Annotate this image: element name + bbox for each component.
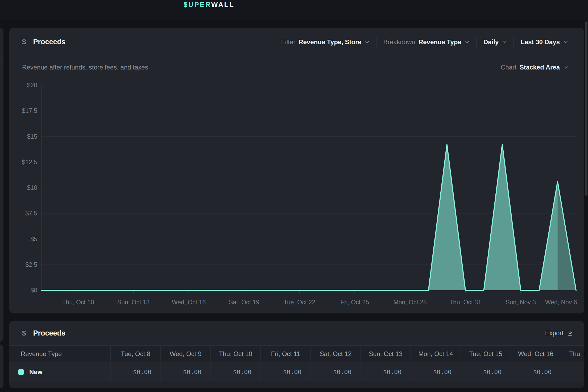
- x-axis-label: Thu, Oct 31: [449, 299, 481, 306]
- chart-type-dropdown[interactable]: Chart Stacked Area: [501, 64, 568, 71]
- row-label-cell: New: [9, 363, 110, 381]
- granularity-dropdown[interactable]: Daily: [477, 38, 514, 46]
- y-axis-label: $17.5: [4, 107, 37, 115]
- chart-plot-svg: [41, 85, 576, 290]
- breakdown-value: Revenue Type: [419, 38, 461, 46]
- x-axis-label: Mon, Oct 28: [394, 299, 427, 306]
- breakdown-label: Breakdown: [383, 38, 415, 46]
- chart-type-value: Stacked Area: [520, 64, 560, 71]
- area-fill: [41, 145, 576, 290]
- chevron-down-icon: [465, 41, 469, 43]
- y-axis-label: $7.5: [4, 210, 37, 217]
- column-header-revenue-type: Revenue Type: [9, 346, 110, 362]
- date-range-value: Last 30 Days: [521, 38, 560, 46]
- breakdown-dropdown[interactable]: Breakdown Revenue Type: [376, 38, 476, 46]
- y-axis-label: $10: [4, 184, 37, 191]
- stacked-area-chart[interactable]: $0$2.5$5$7.5$10$12.5$15$17.5$20Thu, Oct …: [41, 85, 576, 290]
- left-clipped-card-divider: [0, 56, 3, 56]
- dollar-icon: $: [22, 38, 26, 46]
- x-axis-label: Wed, Nov 6: [545, 299, 577, 306]
- y-axis-label: $15: [4, 133, 37, 140]
- series-color-swatch: [18, 369, 24, 375]
- value-cell: $0.00: [361, 363, 411, 381]
- granularity-value: Daily: [483, 38, 499, 46]
- left-clipped-card-bottom: [0, 345, 3, 388]
- x-axis-label: Wed, Oct 16: [172, 299, 206, 306]
- value-cell: $0.00: [411, 363, 461, 381]
- dollar-icon: $: [22, 329, 26, 337]
- table-card-title: Proceeds: [33, 329, 65, 337]
- chevron-down-icon: [564, 41, 568, 43]
- x-axis-label: Sun, Oct 13: [117, 299, 150, 306]
- value-cell: $0.00: [160, 363, 210, 381]
- chart-card-header: $ Proceeds Filter Revenue Type, Store Br…: [9, 28, 584, 56]
- chart-controls: Filter Revenue Type, Store Breakdown Rev…: [274, 37, 575, 47]
- superwall-logo: $UPERWALL: [184, 1, 234, 9]
- x-axis-label: Thu, Oct 10: [62, 299, 94, 306]
- proceeds-chart-card: $ Proceeds Filter Revenue Type, Store Br…: [9, 28, 584, 313]
- filter-value: Revenue Type, Store: [299, 38, 361, 46]
- column-header-date: Thu, Oct 10: [210, 346, 260, 362]
- date-range-dropdown[interactable]: Last 30 Days: [514, 38, 575, 46]
- column-header-date: Wed, Oct 9: [160, 346, 210, 362]
- x-axis-label: Tue, Oct 22: [284, 299, 315, 306]
- export-label: Export: [545, 329, 564, 337]
- vertical-scrollbar-thumb[interactable]: [585, 21, 587, 196]
- logo-dollar-part: $UPER: [184, 1, 211, 9]
- column-header-date: Wed, Oct 16: [511, 346, 561, 362]
- column-header-date: Sat, Oct 12: [310, 346, 361, 362]
- column-header-date: Tue, Oct 15: [461, 346, 511, 362]
- x-axis-label: Sun, Nov 3: [506, 299, 536, 306]
- value-cell: $0.00: [210, 363, 260, 381]
- table-footer-strip: [9, 382, 584, 388]
- chart-subheader: Revenue after refunds, store fees, and t…: [9, 62, 584, 73]
- y-axis-label: $0: [4, 287, 37, 294]
- chevron-down-icon: [365, 41, 369, 43]
- column-header-date: Thu, Oct 17: [561, 346, 584, 362]
- value-cell: $0.00: [461, 363, 511, 381]
- table-card-header: $ Proceeds Export: [9, 321, 584, 345]
- row-label: New: [29, 368, 42, 376]
- value-cell: $0.00: [110, 363, 160, 381]
- column-header-date: Mon, Oct 14: [411, 346, 461, 362]
- y-axis-label: $20: [4, 82, 37, 89]
- value-cell: $0.00: [310, 363, 361, 381]
- chevron-down-icon: [564, 66, 568, 69]
- top-navigation-bar: $UPERWALL: [0, 0, 588, 20]
- export-button[interactable]: Export: [545, 329, 573, 337]
- x-axis-label: Sat, Oct 19: [229, 299, 259, 306]
- logo-wall-part: WALL: [211, 1, 235, 9]
- value-cell: $0.00: [511, 363, 561, 381]
- download-icon: [567, 330, 573, 336]
- value-cell: $0.00: [260, 363, 310, 381]
- filter-dropdown[interactable]: Filter Revenue Type, Store: [274, 38, 376, 46]
- column-header-date: Tue, Oct 8: [110, 346, 160, 362]
- filter-label: Filter: [281, 38, 295, 46]
- table-header-row: Revenue TypeTue, Oct 8Wed, Oct 9Thu, Oct…: [9, 345, 584, 362]
- chevron-down-icon: [502, 41, 507, 43]
- column-header-date: Fri, Oct 11: [260, 346, 310, 362]
- chart-type-label: Chart: [501, 64, 516, 71]
- column-header-date: Sun, Oct 13: [361, 346, 411, 362]
- y-axis-label: $5: [4, 235, 37, 243]
- left-clipped-card: [0, 28, 3, 342]
- y-axis-label: $2.5: [4, 261, 37, 268]
- table-row[interactable]: New$0.00$0.00$0.00$0.00$0.00$0.00$0.00$0…: [9, 363, 584, 381]
- y-axis-label: $12.5: [4, 158, 37, 166]
- chart-card-title: Proceeds: [33, 38, 65, 46]
- x-axis-label: Fri, Oct 25: [341, 299, 369, 306]
- value-cell: $0.00: [561, 363, 584, 381]
- chart-subtitle: Revenue after refunds, store fees, and t…: [22, 64, 148, 71]
- proceeds-table-card: $ Proceeds Export Revenue TypeTue, Oct 8…: [9, 321, 584, 388]
